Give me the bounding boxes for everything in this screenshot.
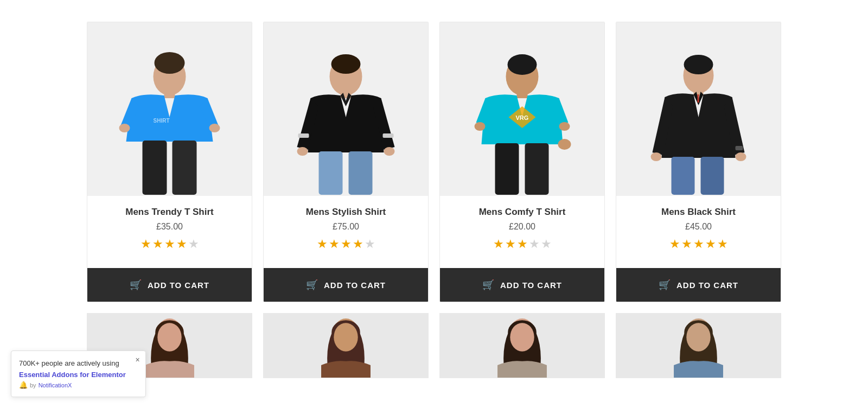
- add-to-cart-label-2: ADD TO CART: [324, 280, 386, 290]
- svg-rect-27: [495, 143, 519, 195]
- product-name-2: Mens Stylish Shirt: [272, 207, 420, 218]
- product-card-2: Mens Stylish Shirt £75.00 ★ ★ ★ ★ ★ 🛒 AD…: [263, 22, 429, 302]
- star-4-3: ★: [693, 237, 704, 251]
- product-image-1: SHIRT: [87, 22, 252, 196]
- star-2-3: ★: [341, 237, 352, 251]
- svg-rect-38: [672, 157, 695, 195]
- star-4-5: ★: [717, 237, 728, 251]
- product-price-2: £75.00: [272, 222, 420, 232]
- svg-rect-14: [383, 133, 394, 138]
- svg-point-11: [331, 54, 361, 74]
- notification-by-text: by: [30, 382, 36, 388]
- product-card-1: SHIRT Mens Trendy T Shirt £35.00 ★: [87, 22, 252, 302]
- star-1-4: ★: [176, 237, 187, 251]
- cart-icon-1: 🛒: [130, 279, 142, 291]
- star-3-4: ★: [529, 237, 540, 251]
- svg-point-36: [651, 152, 662, 161]
- product-stars-2: ★ ★ ★ ★ ★: [272, 237, 420, 251]
- star-3-5: ★: [541, 237, 552, 251]
- product-stars-1: ★ ★ ★ ★ ★: [95, 237, 244, 251]
- product-card-4: Mens Black Shirt £45.00 ★ ★ ★ ★ ★ 🛒 ADD …: [616, 22, 781, 302]
- svg-rect-8: [173, 141, 197, 195]
- product-price-3: £20.00: [448, 222, 596, 232]
- svg-point-25: [475, 122, 486, 131]
- product-info-2: Mens Stylish Shirt £75.00 ★ ★ ★ ★ ★: [264, 196, 428, 268]
- notification-brand-link[interactable]: NotificationX: [39, 382, 72, 388]
- star-2-4: ★: [353, 237, 363, 251]
- svg-point-37: [736, 152, 746, 161]
- svg-rect-3: [164, 90, 175, 98]
- product-info-3: Mens Comfy T Shirt £20.00 ★ ★ ★ ★ ★: [440, 196, 604, 268]
- notification-close-button[interactable]: ×: [136, 355, 140, 364]
- svg-rect-34: [698, 94, 699, 103]
- svg-point-47: [334, 323, 358, 352]
- notif-bell-icon: 🔔: [19, 381, 28, 389]
- svg-rect-0: [88, 22, 251, 196]
- svg-point-26: [559, 122, 570, 131]
- add-to-cart-label-4: ADD TO CART: [676, 280, 738, 290]
- product-image-7: [440, 314, 604, 378]
- cart-icon-2: 🛒: [306, 279, 318, 291]
- svg-rect-17: [319, 151, 343, 195]
- product-image-8: [616, 314, 781, 378]
- cart-icon-4: 🛒: [659, 279, 671, 291]
- star-4-4: ★: [705, 237, 716, 251]
- star-2-1: ★: [317, 237, 328, 251]
- star-4-1: ★: [669, 237, 680, 251]
- star-1-5: ★: [188, 237, 199, 251]
- svg-point-6: [209, 124, 220, 132]
- svg-rect-30: [617, 22, 780, 196]
- svg-point-5: [119, 124, 130, 132]
- svg-rect-35: [736, 146, 743, 150]
- notification-main-text: 700K+ people are actively using: [19, 359, 126, 368]
- product-grid-row1: SHIRT Mens Trendy T Shirt £35.00 ★: [87, 0, 781, 302]
- add-to-cart-button-1[interactable]: 🛒 ADD TO CART: [87, 268, 252, 302]
- add-to-cart-button-4[interactable]: 🛒 ADD TO CART: [616, 268, 781, 302]
- svg-point-51: [510, 323, 534, 352]
- notification-link[interactable]: Essential Addons for Elementor: [19, 371, 126, 379]
- product-stars-4: ★ ★ ★ ★ ★: [624, 237, 773, 251]
- svg-point-55: [686, 323, 710, 352]
- product-card-7: [439, 313, 605, 378]
- svg-text:SHIRT: SHIRT: [154, 118, 170, 124]
- star-1-2: ★: [152, 237, 163, 251]
- cart-icon-3: 🛒: [482, 279, 495, 291]
- svg-rect-28: [525, 143, 549, 195]
- product-image-4: [616, 22, 781, 196]
- product-price-4: £45.00: [624, 222, 773, 232]
- product-card-6: [263, 313, 429, 378]
- product-name-3: Mens Comfy T Shirt: [448, 207, 596, 218]
- product-card-8: [616, 313, 781, 378]
- svg-rect-18: [349, 151, 373, 195]
- star-1-3: ★: [164, 237, 175, 251]
- add-to-cart-label-3: ADD TO CART: [500, 280, 562, 290]
- svg-point-2: [155, 52, 185, 74]
- star-2-5: ★: [365, 237, 375, 251]
- svg-text:VRG: VRG: [516, 114, 529, 121]
- product-image-2: [264, 22, 428, 196]
- svg-point-32: [684, 55, 713, 74]
- notification-by: 🔔 by NotificationX: [19, 381, 126, 389]
- add-to-cart-button-3[interactable]: 🛒 ADD TO CART: [440, 268, 604, 302]
- svg-rect-39: [701, 157, 724, 195]
- star-3-1: ★: [493, 237, 504, 251]
- product-stars-3: ★ ★ ★ ★ ★: [448, 237, 596, 251]
- product-info-4: Mens Black Shirt £45.00 ★ ★ ★ ★ ★: [616, 196, 781, 268]
- svg-rect-7: [143, 141, 167, 195]
- svg-rect-13: [298, 133, 309, 138]
- star-4-2: ★: [681, 237, 692, 251]
- product-info-1: Mens Trendy T Shirt £35.00 ★ ★ ★ ★ ★: [87, 196, 252, 268]
- svg-point-16: [384, 147, 395, 156]
- product-image-6: [264, 314, 428, 378]
- add-to-cart-button-2[interactable]: 🛒 ADD TO CART: [264, 268, 428, 302]
- product-card-3: VRG Mens Comfy T Shirt £20.00: [439, 22, 605, 302]
- product-name-4: Mens Black Shirt: [624, 207, 773, 218]
- page-wrapper: SHIRT Mens Trendy T Shirt £35.00 ★: [0, 0, 868, 408]
- product-image-3: VRG: [440, 22, 604, 196]
- star-1-1: ★: [141, 237, 151, 251]
- svg-point-15: [297, 147, 308, 156]
- product-name-1: Mens Trendy T Shirt: [95, 207, 244, 218]
- product-price-1: £35.00: [95, 222, 244, 232]
- svg-rect-22: [517, 90, 528, 98]
- svg-point-21: [508, 54, 537, 75]
